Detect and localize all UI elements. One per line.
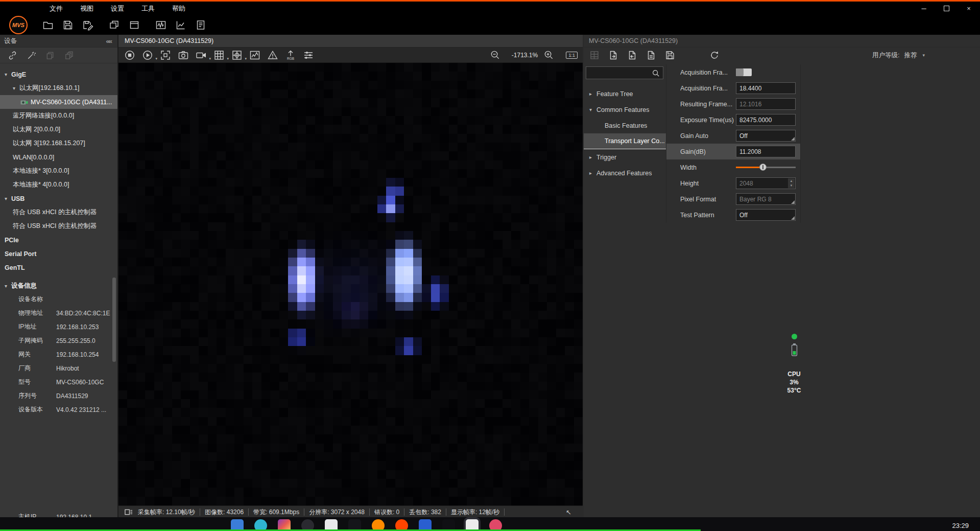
chevron-right-icon[interactable]: ▸: [589, 170, 596, 176]
device-tree-item[interactable]: GenTL: [0, 261, 117, 274]
feature-tree-item[interactable]: Basic Features: [584, 118, 666, 133]
device-tree-item[interactable]: ▾GigE: [0, 67, 117, 81]
histogram-icon[interactable]: [249, 49, 261, 61]
chevron-right-icon[interactable]: ▸: [589, 91, 596, 97]
fit-window-icon[interactable]: [159, 49, 172, 61]
scrollbar-thumb[interactable]: [112, 278, 116, 362]
menu-item[interactable]: 文件: [41, 2, 71, 15]
zoom-in-icon[interactable]: [542, 49, 555, 61]
stop-grab-icon[interactable]: [124, 49, 136, 61]
device-tree-item[interactable]: PCIe: [0, 233, 117, 247]
zoom-out-icon[interactable]: [489, 49, 501, 61]
device-tree-item[interactable]: 以太网 2[0.0.0.0]: [0, 123, 117, 136]
property-value-input[interactable]: 18.4400: [736, 82, 796, 94]
property-value-input[interactable]: 82475.0000: [736, 114, 796, 126]
property-value-spinner[interactable]: 2048▲▼: [736, 177, 796, 189]
cascade-windows-icon[interactable]: [108, 19, 121, 31]
white-balance-icon[interactable]: RGB: [284, 49, 297, 61]
spin-down-icon[interactable]: ▼: [788, 183, 795, 189]
dropdown-arrow-icon[interactable]: ▾: [155, 57, 157, 61]
save-features-icon[interactable]: [664, 49, 676, 61]
chevron-right-icon[interactable]: ▸: [589, 154, 596, 160]
value-slider[interactable]: [736, 161, 796, 173]
menu-item[interactable]: 帮助: [163, 2, 194, 15]
device-tree-item[interactable]: Serial Port: [0, 247, 117, 261]
chevron-down-icon[interactable]: ▾: [589, 107, 596, 112]
spinner-buttons[interactable]: ▲▼: [788, 178, 795, 188]
property-value-input[interactable]: 11.2008: [736, 146, 796, 157]
close-icon[interactable]: ×: [958, 2, 980, 15]
cross-line-icon[interactable]: ▾: [231, 49, 243, 61]
feature-tree-item[interactable]: ▾Common Features: [584, 102, 666, 118]
property-value-dropdown[interactable]: Bayer RG 8: [736, 193, 796, 205]
chevron-down-icon[interactable]: ▾: [5, 196, 11, 201]
collapse-panel-icon[interactable]: ««: [106, 37, 113, 45]
snapshot-icon[interactable]: [177, 49, 189, 61]
feature-tree-item[interactable]: ▸Advanced Features: [584, 165, 666, 181]
import-features-icon[interactable]: [626, 49, 638, 61]
menu-item[interactable]: 工具: [133, 2, 163, 15]
export-features-icon[interactable]: [607, 49, 619, 61]
enumerate-devices-icon[interactable]: [25, 49, 37, 61]
log-list-icon[interactable]: [195, 19, 207, 31]
record-icon[interactable]: ▾: [195, 49, 207, 61]
save-as-icon[interactable]: [82, 19, 94, 31]
menu-item[interactable]: 视图: [71, 2, 102, 15]
chevron-down-icon[interactable]: ▾: [5, 72, 11, 77]
device-info-row: 序列号DA4311529: [0, 389, 117, 403]
alarm-icon[interactable]: [267, 49, 279, 61]
chevron-down-icon[interactable]: ▾: [5, 283, 11, 289]
start-grab-icon[interactable]: ▾: [141, 49, 154, 61]
toggle-switch[interactable]: [736, 68, 752, 76]
waveform-icon[interactable]: [155, 19, 167, 31]
slider-knob[interactable]: [759, 164, 767, 171]
connect-icon[interactable]: [6, 49, 18, 61]
property-value-dropdown[interactable]: Off: [736, 209, 796, 221]
device-tree-item[interactable]: ▾以太网[192.168.10.1]: [0, 81, 117, 95]
feature-tree-item[interactable]: ▸Feature Tree: [584, 86, 666, 102]
device-tree-item[interactable]: 符合 USB xHCI 的主机控制器: [0, 205, 117, 219]
minimize-icon[interactable]: ─: [913, 2, 935, 15]
device-info-row: 网关192.168.10.254: [0, 348, 117, 361]
device-tree-item[interactable]: 本地连接* 3[0.0.0.0]: [0, 164, 117, 178]
chevron-down-icon[interactable]: ▾: [13, 85, 19, 91]
feature-tree-item[interactable]: ▸Trigger: [584, 149, 666, 165]
parameters-icon[interactable]: [302, 49, 315, 61]
device-info-header[interactable]: ▾ 设备信息: [0, 279, 117, 292]
feature-grid-icon[interactable]: [588, 49, 601, 61]
property-value-input[interactable]: 12.1016: [736, 98, 796, 110]
dropdown-arrow-icon[interactable]: ▾: [227, 57, 229, 61]
grid-icon[interactable]: ▾: [213, 49, 225, 61]
refresh-icon[interactable]: [708, 49, 721, 61]
dropdown-arrow-icon[interactable]: ▾: [245, 57, 247, 61]
device-tree-item[interactable]: 本地连接* 4[0.0.0.0]: [0, 178, 117, 192]
device-tree-item[interactable]: 蓝牙网络连接[0.0.0.0]: [0, 109, 117, 123]
chart-edit-icon[interactable]: [175, 19, 187, 31]
feature-search-input[interactable]: [586, 66, 663, 79]
copy-icon[interactable]: [44, 49, 56, 61]
taskbar-clock[interactable]: 23:29: [952, 522, 969, 529]
device-tree-item[interactable]: 符合 USB xHCI 的主机控制器: [0, 219, 117, 233]
spin-up-icon[interactable]: ▲: [788, 178, 795, 183]
camera-image-view[interactable]: [118, 63, 583, 505]
property-value-dropdown[interactable]: Off: [736, 130, 796, 142]
dropdown-arrow-icon[interactable]: ▾: [209, 57, 211, 61]
device-tree-item[interactable]: ▾USB: [0, 192, 117, 205]
zoom-reset-icon[interactable]: 1:1: [566, 52, 578, 59]
copy-all-icon[interactable]: [63, 49, 75, 61]
popup-corner-icon[interactable]: ↖: [566, 509, 571, 516]
open-folder-icon[interactable]: [42, 19, 54, 31]
single-window-icon[interactable]: [128, 19, 140, 31]
device-tree-item[interactable]: WLAN[0.0.0.0]: [0, 150, 117, 164]
device-tree-item[interactable]: MV-CS060-10GC (DA4311...: [0, 95, 117, 109]
device-tree-item[interactable]: 以太网 3[192.168.15.207]: [0, 136, 117, 150]
feature-tree-item[interactable]: Transport Layer Co...: [584, 133, 666, 149]
user-level-control[interactable]: 用户等级: 推荐 ▾: [872, 51, 925, 60]
save-icon[interactable]: [62, 19, 74, 31]
document-icon[interactable]: [645, 49, 657, 61]
maximize-icon[interactable]: [935, 2, 958, 15]
menu-item[interactable]: 设置: [102, 2, 133, 15]
user-level-value[interactable]: 推荐: [904, 51, 917, 60]
viewer-tab[interactable]: MV-CS060-10GC (DA4311529): [125, 37, 213, 44]
camera-frame[interactable]: [118, 63, 583, 505]
